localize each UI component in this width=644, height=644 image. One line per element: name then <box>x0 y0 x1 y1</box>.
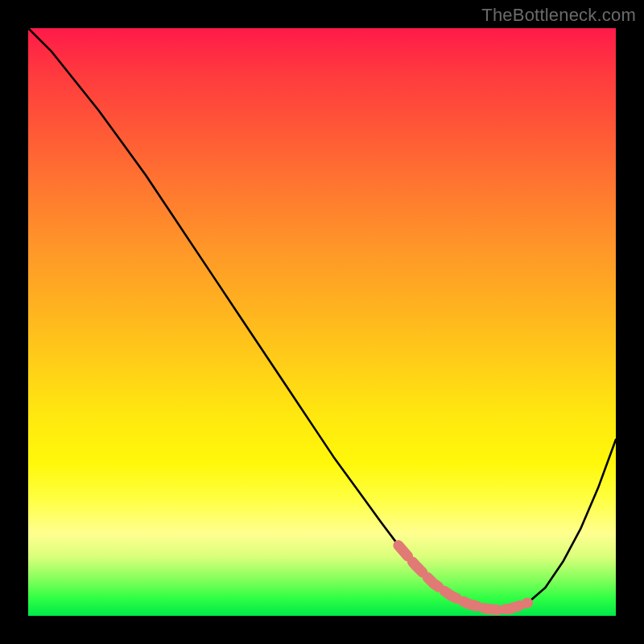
plot-area <box>28 28 616 616</box>
curve-highlight <box>398 545 528 609</box>
bottleneck-curve <box>28 28 616 616</box>
watermark-text: TheBottleneck.com <box>481 5 636 26</box>
curve-path <box>28 28 616 610</box>
chart-frame: TheBottleneck.com <box>0 0 644 644</box>
